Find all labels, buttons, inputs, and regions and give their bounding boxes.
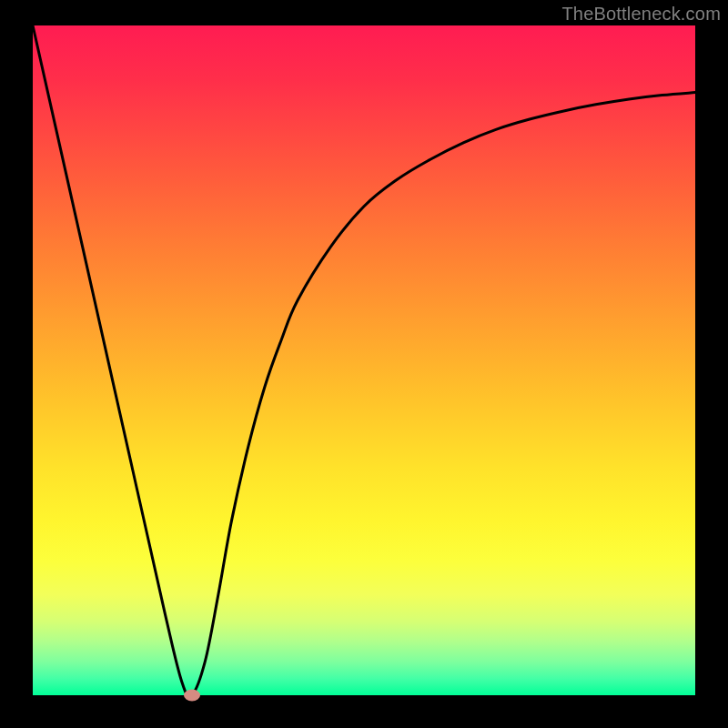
chart-frame: TheBottleneck.com bbox=[0, 0, 728, 728]
optimum-marker bbox=[184, 690, 200, 702]
watermark-text: TheBottleneck.com bbox=[561, 4, 721, 25]
bottleneck-curve bbox=[33, 25, 695, 695]
plot-area bbox=[33, 25, 695, 695]
curve-svg bbox=[33, 25, 695, 695]
